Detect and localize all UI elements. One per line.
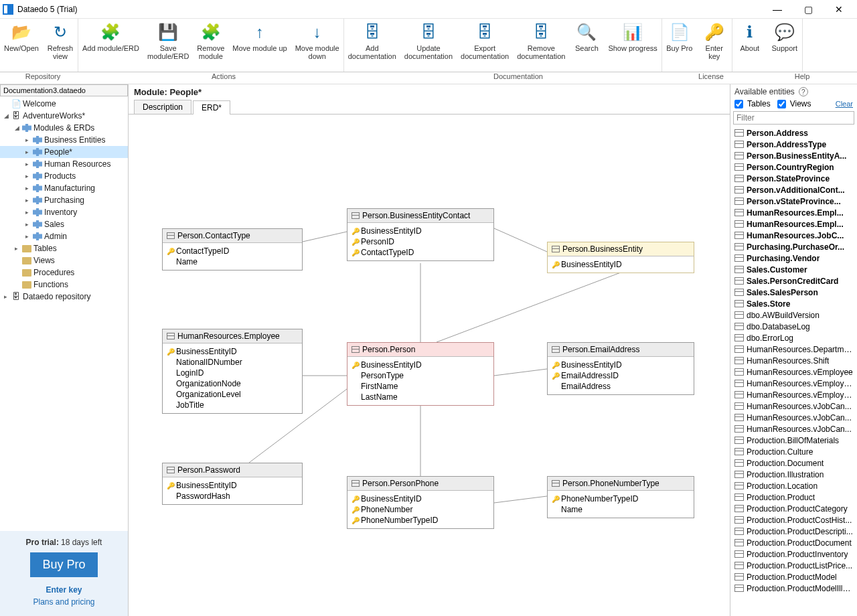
views-checkbox[interactable] — [777, 100, 786, 108]
entity-header[interactable]: Person.BusinessEntityContact — [347, 209, 493, 223]
ribbon-export-documentation[interactable]: 🗄Export documentation — [457, 19, 513, 72]
entity-list-item[interactable]: Sales.PersonCreditCard — [730, 275, 857, 287]
entity-header[interactable]: Person.EmailAddress — [548, 343, 694, 357]
entity-list-item[interactable]: Person.BusinessEntityA... — [730, 150, 857, 161]
entity-list-item[interactable]: Production.ProductCategory — [730, 503, 857, 514]
entity-ptype[interactable]: Person.PhoneNumberType🔑PhoneNumberTypeID… — [547, 476, 694, 518]
entity-list-item[interactable]: Person.Address — [730, 127, 857, 139]
ribbon-add-module-erd[interactable]: 🧩Add module/ERD — [78, 19, 143, 72]
close-button[interactable]: ✕ — [824, 0, 854, 19]
help-icon[interactable]: ? — [799, 87, 808, 96]
entity-header[interactable]: Person.PersonPhone — [347, 477, 493, 491]
entity-list-item[interactable]: dbo.ErrorLog — [730, 332, 857, 343]
tree-node[interactable]: ▸Admin — [0, 230, 128, 242]
tree[interactable]: 📄Welcome◢🗄AdventureWorks*◢Modules & ERDs… — [0, 96, 128, 531]
entity-person[interactable]: Person.Person🔑BusinessEntityIDPersonType… — [347, 342, 494, 406]
ribbon-move-module-up[interactable]: ↑Move module up — [228, 19, 291, 72]
ribbon-support[interactable]: 💬Support — [767, 19, 802, 72]
tables-checkbox[interactable] — [734, 100, 743, 108]
tree-node[interactable]: ▸🗄Dataedo repository — [0, 291, 128, 303]
entity-list-item[interactable]: HumanResources.Shift — [730, 355, 857, 366]
entity-list-item[interactable]: Production.ProductListPrice... — [730, 560, 857, 571]
ribbon-new-open[interactable]: 📂New/Open — [0, 19, 43, 72]
ribbon-save-module-erd[interactable]: 💾Save module/ERD — [143, 19, 193, 72]
minimize-button[interactable]: — — [762, 0, 793, 19]
ribbon-enter-key[interactable]: 🔑Enter key — [697, 19, 732, 72]
tab-description[interactable]: Description — [134, 100, 191, 114]
tree-node[interactable]: ▸People* — [0, 146, 128, 158]
tree-node[interactable]: ▸Products — [0, 170, 128, 182]
tree-node[interactable]: ▸Business Entities — [0, 134, 128, 146]
entity-list-item[interactable]: Production.ProductModel — [730, 571, 857, 583]
filter-input[interactable] — [733, 111, 854, 125]
entity-list-item[interactable]: HumanResources.vEmploye... — [730, 378, 857, 389]
entity-emp[interactable]: HumanResources.Employee🔑BusinessEntityID… — [162, 329, 303, 414]
ribbon-move-module-down[interactable]: ↓Move module down — [291, 19, 343, 72]
entity-header[interactable]: Person.ContactType — [163, 229, 302, 243]
ribbon-add-documentation[interactable]: 🗄Add documentation — [344, 19, 400, 72]
clear-link[interactable]: Clear — [836, 100, 853, 108]
entity-phone[interactable]: Person.PersonPhone🔑BusinessEntityID🔑Phon… — [347, 476, 494, 529]
entity-list-item[interactable]: HumanResources.vJobCan... — [730, 400, 857, 412]
entity-list-item[interactable]: Person.StateProvince — [730, 173, 857, 184]
tree-node[interactable]: ◢🗄AdventureWorks* — [0, 110, 128, 122]
entity-bec[interactable]: Person.BusinessEntityContact🔑BusinessEnt… — [347, 208, 494, 261]
tree-node[interactable]: ▸Tables — [0, 242, 128, 254]
ribbon-search[interactable]: 🔍Search — [569, 19, 604, 72]
enter-key-link[interactable]: Enter key — [7, 585, 121, 595]
entity-list-item[interactable]: Person.CountryRegion — [730, 161, 857, 173]
tree-node[interactable]: Views — [0, 254, 128, 266]
entity-list-item[interactable]: HumanResources.Department — [730, 343, 857, 355]
entity-list-item[interactable]: HumanResources.vJobCan... — [730, 423, 857, 435]
entity-list-item[interactable]: Production.Product — [730, 491, 857, 503]
entity-header[interactable]: Person.PhoneNumberType — [548, 477, 694, 491]
entity-list-item[interactable]: HumanResources.Empl... — [730, 207, 857, 218]
entity-header[interactable]: HumanResources.Employee — [163, 329, 302, 343]
entity-list-item[interactable]: Sales.Store — [730, 298, 857, 309]
entity-list-item[interactable]: HumanResources.Empl... — [730, 218, 857, 230]
entity-list-item[interactable]: Sales.SalesPerson — [730, 287, 857, 298]
ribbon-show-progress[interactable]: 📊Show progress — [604, 19, 661, 72]
entity-list-item[interactable]: Person.vStateProvince... — [730, 196, 857, 207]
tree-node[interactable]: ▸Manufacturing — [0, 182, 128, 194]
entity-list-item[interactable]: HumanResources.vJobCan... — [730, 412, 857, 423]
tree-node[interactable]: 📄Welcome — [0, 98, 128, 110]
entity-email[interactable]: Person.EmailAddress🔑BusinessEntityID🔑Ema… — [547, 342, 694, 395]
entity-be[interactable]: Person.BusinessEntity🔑BusinessEntityID — [547, 242, 694, 273]
tree-node[interactable]: ▸Purchasing — [0, 194, 128, 206]
ribbon-remove-module[interactable]: 🧩Remove module — [193, 19, 228, 72]
entity-ctype[interactable]: Person.ContactType🔑ContactTypeIDName — [162, 228, 303, 271]
entity-list-item[interactable]: HumanResources.vEmployee — [730, 366, 857, 378]
entity-header[interactable]: Person.Password — [163, 463, 302, 477]
ribbon-buy-pro[interactable]: 📄Buy Pro — [662, 19, 697, 72]
entity-list-item[interactable]: dbo.DatabaseLog — [730, 321, 857, 332]
entity-list-item[interactable]: Production.Location — [730, 480, 857, 491]
entity-header[interactable]: Person.BusinessEntity — [548, 242, 694, 256]
entity-list-item[interactable]: Production.ProductInventory — [730, 548, 857, 560]
ribbon-about[interactable]: ℹAbout — [732, 19, 767, 72]
ribbon-refresh-view[interactable]: ↻Refresh view — [43, 19, 78, 72]
tree-node[interactable]: Functions — [0, 279, 128, 291]
entity-list-item[interactable]: HumanResources.JobC... — [730, 230, 857, 241]
entity-list-item[interactable]: Person.vAdditionalCont... — [730, 184, 857, 196]
entity-list-item[interactable]: Production.Illustration — [730, 469, 857, 480]
entity-list-item[interactable]: Production.ProductCostHist... — [730, 514, 857, 526]
tree-node[interactable]: ▸Sales — [0, 218, 128, 230]
entity-list-item[interactable]: Production.ProductDescripti... — [730, 526, 857, 537]
entity-list-item[interactable]: dbo.AWBuildVersion — [730, 309, 857, 321]
tree-node[interactable]: ▸Human Resources — [0, 158, 128, 170]
tree-node[interactable]: ▸Inventory — [0, 206, 128, 218]
entity-list-item[interactable]: Production.Document — [730, 457, 857, 469]
entity-list-item[interactable]: Production.ProductDocument — [730, 537, 857, 548]
entity-list-item[interactable]: Purchasing.PurchaseOr... — [730, 241, 857, 252]
entity-header[interactable]: Person.Person — [347, 343, 493, 357]
entity-list-item[interactable]: Person.AddressType — [730, 139, 857, 150]
entity-list-item[interactable]: Purchasing.Vendor — [730, 252, 857, 264]
entity-pwd[interactable]: Person.Password🔑BusinessEntityIDPassword… — [162, 463, 303, 505]
entity-list-item[interactable]: Production.BillOfMaterials — [730, 435, 857, 446]
entity-list-item[interactable]: Sales.Customer — [730, 264, 857, 275]
erd-canvas[interactable]: Person.ContactType🔑ContactTypeIDNamePers… — [129, 114, 730, 616]
entity-list-item[interactable]: Production.ProductModelIllu... — [730, 583, 857, 594]
maximize-button[interactable]: ▢ — [793, 0, 824, 19]
tree-node[interactable]: ◢Modules & ERDs — [0, 122, 128, 134]
